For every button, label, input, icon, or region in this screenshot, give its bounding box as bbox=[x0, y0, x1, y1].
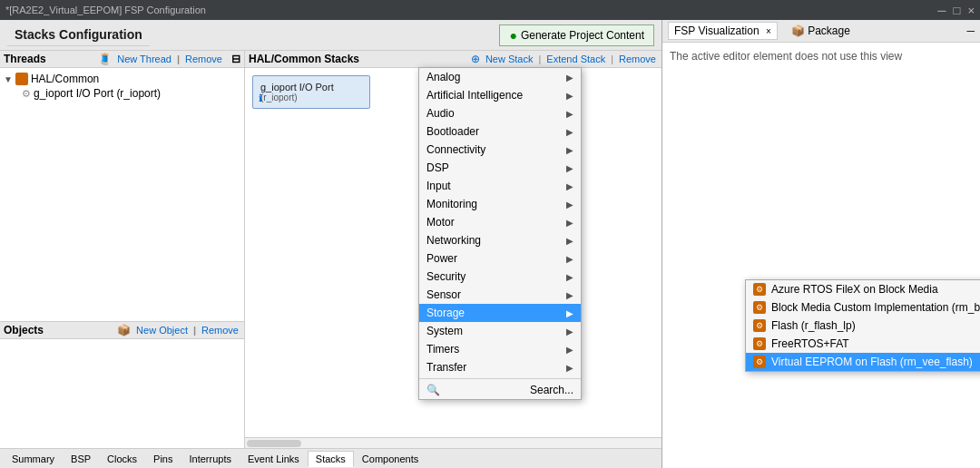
submenu-item-icon: ⚙ bbox=[753, 356, 766, 368]
viz-content: The active editor element does not use t… bbox=[662, 43, 980, 70]
hal-common-label: HAL/Common bbox=[31, 73, 99, 85]
menu-item-artificial-intelligence[interactable]: Artificial Intelligence▶ bbox=[419, 86, 581, 104]
tab-package[interactable]: 📦 Package bbox=[785, 22, 857, 40]
minimize-icon[interactable]: ─ bbox=[937, 4, 946, 17]
menu-item-motor[interactable]: Motor▶ bbox=[419, 213, 581, 231]
tab-interrupts[interactable]: Interrupts bbox=[181, 451, 240, 467]
submenu-item-icon: ⚙ bbox=[753, 283, 766, 296]
generate-label: Generate Project Content bbox=[521, 29, 644, 42]
menu-item-audio[interactable]: Audio▶ bbox=[419, 104, 581, 122]
menu-item-transfer[interactable]: Transfer▶ bbox=[419, 358, 581, 376]
submenu-item-2[interactable]: ⚙Flash (r_flash_lp) bbox=[746, 317, 980, 335]
submenu-item-3[interactable]: ⚙FreeRTOS+FAT bbox=[746, 335, 980, 353]
submenu-arrow-icon: ▶ bbox=[566, 290, 573, 300]
submenu-arrow-icon: ▶ bbox=[566, 200, 573, 210]
tab-stacks[interactable]: Stacks bbox=[308, 451, 354, 467]
threads-panel-collapse[interactable]: ⊟ bbox=[231, 53, 240, 65]
submenu-item-label: Azure RTOS FileX on Block Media bbox=[771, 283, 938, 296]
tab-fsp-label: FSP Visualization bbox=[674, 24, 760, 37]
menu-separator bbox=[419, 378, 581, 379]
hal-icon: ⊕ bbox=[471, 53, 480, 65]
menu-item-dsp[interactable]: DSP▶ bbox=[419, 159, 581, 177]
viz-minimize-icon[interactable]: ─ bbox=[966, 24, 975, 37]
submenu-arrow-icon: ▶ bbox=[566, 272, 573, 282]
submenu-arrow-icon: ▶ bbox=[566, 218, 573, 228]
hal-common-tree-item[interactable]: ▼ HAL/Common bbox=[4, 72, 240, 86]
generate-project-content-button[interactable]: ● Generate Project Content bbox=[499, 24, 654, 46]
tab-pins[interactable]: Pins bbox=[145, 451, 181, 467]
stack-block[interactable]: g_ioport I/O Port (r_ioport) ℹ bbox=[252, 75, 370, 109]
search-label: Search... bbox=[530, 384, 573, 396]
remove-object-button[interactable]: Remove bbox=[200, 324, 240, 336]
submenu-item-4[interactable]: ⚙Virtual EEPROM on Flash (rm_vee_flash) bbox=[746, 353, 980, 371]
menu-item-power[interactable]: Power▶ bbox=[419, 249, 581, 268]
storage-submenu: ⚙Azure RTOS FileX on Block Media⚙Block M… bbox=[745, 279, 980, 372]
menu-label: Sensor bbox=[426, 288, 461, 301]
submenu-arrow-icon: ▶ bbox=[566, 254, 573, 264]
menu-item-monitoring[interactable]: Monitoring▶ bbox=[419, 195, 581, 213]
menu-item-sensor[interactable]: Sensor▶ bbox=[419, 286, 581, 304]
menu-item-input[interactable]: Input▶ bbox=[419, 177, 581, 195]
submenu-item-label: Virtual EEPROM on Flash (rm_vee_flash) bbox=[771, 356, 973, 368]
new-object-button[interactable]: New Object bbox=[134, 324, 190, 336]
submenu-item-0[interactable]: ⚙Azure RTOS FileX on Block Media bbox=[746, 280, 980, 298]
menu-item-search...[interactable]: 🔍Search... bbox=[419, 381, 581, 399]
tab-clocks[interactable]: Clocks bbox=[99, 451, 145, 467]
remove-stack-button[interactable]: Remove bbox=[617, 53, 658, 65]
maximize-icon[interactable]: □ bbox=[954, 4, 961, 17]
viz-header: FSP Visualization × 📦 Package ─ bbox=[662, 20, 980, 43]
tab-bsp[interactable]: BSP bbox=[63, 451, 99, 467]
threads-section: Threads 🧵 New Thread | Remove ⊟ ▼ HAL/Co bbox=[0, 51, 244, 321]
fsp-header-section: Stacks Configuration ● Generate Project … bbox=[0, 20, 662, 51]
tab-event-links[interactable]: Event Links bbox=[240, 451, 308, 467]
submenu-arrow-icon: ▶ bbox=[566, 345, 573, 355]
viz-inactive-text: The active editor element does not use t… bbox=[670, 50, 902, 63]
menu-label: Networking bbox=[426, 234, 481, 247]
menu-item-security[interactable]: Security▶ bbox=[419, 268, 581, 286]
generate-icon: ● bbox=[509, 28, 516, 43]
extend-stack-button[interactable]: Extend Stack bbox=[544, 53, 607, 65]
threads-tree: ▼ HAL/Common ⚙ g_ioport I/O Port (r_iopo… bbox=[0, 68, 244, 321]
threads-label: Threads bbox=[4, 53, 46, 65]
hal-stacks-label: HAL/Common Stacks bbox=[249, 53, 359, 65]
menu-label: DSP bbox=[426, 161, 449, 174]
menu-item-storage[interactable]: Storage▶ bbox=[419, 304, 581, 322]
dropdown-overlay: Analog▶Artificial Intelligence▶Audio▶Boo… bbox=[418, 67, 582, 400]
submenu-arrow-icon: ▶ bbox=[566, 181, 573, 191]
tab-summary[interactable]: Summary bbox=[4, 451, 63, 467]
menu-item-connectivity[interactable]: Connectivity▶ bbox=[419, 141, 581, 159]
menu-label: Transfer bbox=[426, 361, 466, 374]
package-icon: 📦 bbox=[791, 24, 805, 37]
new-stack-button[interactable]: New Stack bbox=[484, 53, 535, 65]
objects-section: Objects 📦 New Object | Remove bbox=[0, 321, 244, 448]
horizontal-scrollbar[interactable] bbox=[245, 437, 662, 448]
ioport-tree-item[interactable]: ⚙ g_ioport I/O Port (r_ioport) bbox=[4, 86, 240, 101]
menu-item-system[interactable]: System▶ bbox=[419, 322, 581, 340]
submenu-arrow-icon: ▶ bbox=[566, 236, 573, 246]
menu-item-analog[interactable]: Analog▶ bbox=[419, 68, 581, 86]
thread-icon-small: 🧵 bbox=[98, 53, 112, 65]
submenu-arrow-icon: ▶ bbox=[566, 163, 573, 173]
menu-item-networking[interactable]: Networking▶ bbox=[419, 231, 581, 249]
search-icon: 🔍 bbox=[426, 384, 440, 396]
menu-label: Connectivity bbox=[426, 143, 485, 156]
menu-item-timers[interactable]: Timers▶ bbox=[419, 340, 581, 358]
remove-thread-button[interactable]: Remove bbox=[183, 53, 224, 65]
menu-item-bootloader[interactable]: Bootloader▶ bbox=[419, 122, 581, 141]
tab-components[interactable]: Components bbox=[354, 451, 426, 467]
tab-fsp-visualization[interactable]: FSP Visualization × bbox=[668, 22, 778, 40]
submenu-item-1[interactable]: ⚙Block Media Custom Implementation (rm_b… bbox=[746, 298, 980, 317]
submenu-arrow-icon: ▶ bbox=[566, 73, 573, 83]
submenu-arrow-icon: ▶ bbox=[566, 109, 573, 119]
tab-close-icon[interactable]: × bbox=[766, 26, 771, 36]
close-icon[interactable]: × bbox=[967, 4, 975, 17]
objects-pane-header: Objects 📦 New Object | Remove bbox=[0, 322, 244, 339]
scroll-thumb[interactable] bbox=[247, 440, 301, 447]
info-icon: ℹ bbox=[259, 93, 262, 104]
object-icon-small: 📦 bbox=[117, 324, 131, 336]
submenu-arrow-icon: ▶ bbox=[566, 327, 573, 336]
collapse-icon: ▼ bbox=[4, 74, 13, 84]
menu-label: Artificial Intelligence bbox=[426, 89, 523, 102]
new-thread-button[interactable]: New Thread bbox=[115, 53, 173, 65]
submenu-arrow-icon: ▶ bbox=[566, 127, 573, 137]
